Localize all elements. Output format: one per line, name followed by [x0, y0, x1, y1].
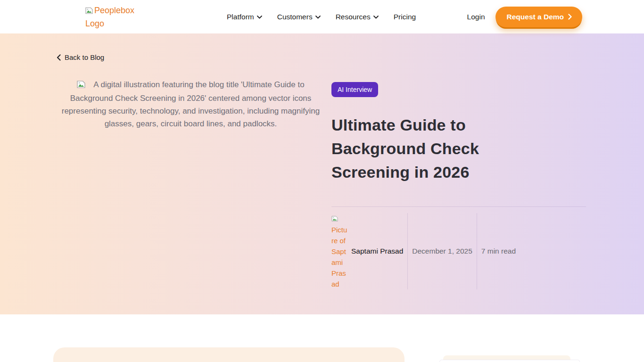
post-title: Ultimate Guide to Background Check Scree…	[331, 113, 502, 184]
meta-divider	[331, 206, 586, 207]
sidebar-card	[439, 360, 580, 362]
nav-container: Peoplebox Logo Platform Customers Resour…	[53, 0, 591, 33]
chevron-down-icon	[257, 16, 262, 19]
nav-item-customers[interactable]: Customers	[277, 13, 321, 21]
sidebar-card-accent	[443, 355, 570, 360]
chevron-down-icon	[315, 16, 321, 19]
primary-nav-menu: Platform Customers Resources Pricing	[227, 0, 416, 33]
back-to-blog-link[interactable]: Back to Blog	[57, 53, 104, 61]
chevron-down-icon	[373, 16, 379, 19]
author-name: Saptami Prasad	[351, 247, 403, 255]
chevron-right-icon	[568, 14, 572, 20]
vertical-divider	[477, 213, 477, 289]
broken-image-icon	[85, 5, 93, 17]
blog-hero-section: Back to Blog A digital illustration feat…	[0, 33, 644, 314]
featured-image-broken: A digital illustration featuring the blo…	[60, 78, 322, 130]
nav-item-resources[interactable]: Resources	[336, 13, 379, 21]
nav-right-group: Login Request a Demo	[467, 0, 582, 33]
author-avatar-alt-text: Picture of Saptami Prasad	[331, 226, 347, 288]
author-block[interactable]: Picture of Saptami Prasad Saptami Prasad	[331, 213, 403, 289]
vertical-divider	[407, 213, 408, 289]
chevron-left-icon	[57, 54, 61, 61]
hero-container: Back to Blog A digital illustration feat…	[53, 33, 591, 290]
author-avatar-broken: Picture of Saptami Prasad	[331, 213, 348, 289]
featured-image-alt-text: A digital illustration featuring the blo…	[62, 80, 320, 128]
logo-link[interactable]: Peoplebox Logo	[85, 4, 138, 30]
post-meta-row: Picture of Saptami Prasad Saptami Prasad…	[331, 212, 586, 290]
login-link[interactable]: Login	[467, 13, 485, 21]
hero-right-column: AI Interview Ultimate Guide to Backgroun…	[331, 78, 586, 290]
publish-date: December 1, 2025	[412, 247, 472, 255]
nav-item-pricing[interactable]: Pricing	[394, 13, 416, 21]
request-demo-button[interactable]: Request a Demo	[495, 7, 582, 27]
content-card	[53, 347, 405, 362]
broken-image-icon	[77, 79, 85, 92]
category-badge[interactable]: AI Interview	[331, 82, 378, 97]
read-time: 7 min read	[481, 247, 516, 255]
article-body-start	[0, 314, 644, 362]
hero-columns: A digital illustration featuring the blo…	[53, 78, 591, 290]
nav-item-platform[interactable]: Platform	[227, 13, 262, 21]
hero-left-column: A digital illustration featuring the blo…	[60, 78, 322, 290]
top-navigation-bar: Peoplebox Logo Platform Customers Resour…	[0, 0, 644, 33]
broken-image-icon	[331, 214, 338, 224]
